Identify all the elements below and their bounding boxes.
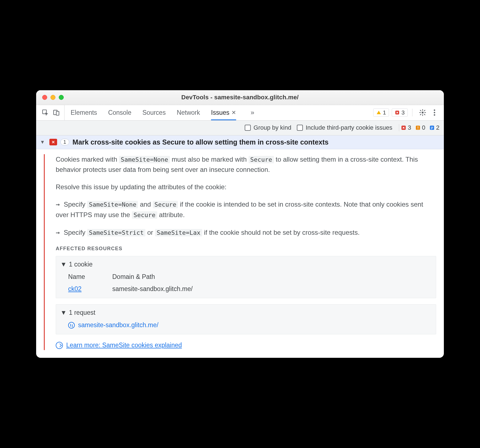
svg-point-4 (422, 112, 424, 114)
severity-rule (44, 154, 45, 350)
code-token: Secure (153, 201, 178, 208)
chevron-down-icon: ▼ (60, 308, 67, 318)
checkbox-label: Group by kind (254, 124, 291, 131)
learn-more-row: Learn more: SameSite cookies explained (56, 340, 436, 350)
issue-resolve-intro: Resolve this issue by updating the attri… (56, 182, 436, 192)
cookies-disclosure-toggle[interactable]: ▼ 1 cookie (60, 260, 431, 270)
issue-bullet: → Specify SameSite=Strict or SameSite=La… (56, 227, 436, 238)
errors-counter[interactable]: 3 (392, 108, 408, 117)
affected-requests-section: ▼ 1 request samesite-sandbox.glitch.me/ (56, 304, 436, 334)
svg-point-7 (434, 114, 435, 116)
error-icon (401, 125, 406, 130)
count: 0 (422, 124, 425, 131)
code-token: SameSite=None (87, 201, 138, 208)
count: 3 (408, 124, 411, 131)
cookie-name-link[interactable]: ck02 (68, 285, 82, 292)
affected-resources-label: AFFECTED RESOURCES (56, 245, 436, 253)
svg-rect-10 (418, 126, 418, 128)
requests-disclosure-toggle[interactable]: ▼ 1 request (60, 308, 431, 318)
issue-title: Mark cross-site cookies as Secure to all… (73, 138, 329, 146)
code-token: SameSite=None (119, 156, 170, 163)
info-filter[interactable]: 2 (429, 124, 439, 131)
code-token: Secure (132, 211, 157, 219)
error-filter[interactable]: 3 (401, 124, 411, 131)
titlebar: DevTools - samesite-sandbox.glitch.me/ (36, 90, 444, 105)
kebab-icon (433, 109, 436, 116)
warning-filter[interactable]: 0 (415, 124, 425, 131)
close-window-button[interactable] (42, 95, 47, 100)
tab-label: Console (108, 109, 131, 116)
issues-toolbar: Group by kind Include third-party cookie… (36, 121, 444, 135)
checkbox-icon (245, 125, 251, 131)
chevron-down-icon: ▼ (60, 260, 67, 270)
error-count: 3 (401, 109, 405, 116)
info-icon (429, 125, 435, 130)
minimize-window-button[interactable] (50, 95, 55, 100)
svg-rect-13 (431, 127, 433, 127)
checkbox-label: Include third-party cookie issues (306, 124, 392, 131)
group-by-kind-checkbox[interactable]: Group by kind (245, 124, 291, 131)
more-options-button[interactable] (431, 108, 438, 117)
inspect-element-icon[interactable] (42, 109, 49, 116)
issue-details: Cookies marked with SameSite=None must a… (36, 149, 444, 358)
error-icon (395, 110, 400, 115)
zoom-window-button[interactable] (59, 95, 64, 100)
window-controls (42, 95, 64, 100)
tab-console[interactable]: Console (108, 105, 131, 120)
tab-sources[interactable]: Sources (142, 105, 166, 120)
external-link-icon (56, 342, 63, 349)
tab-label: Sources (142, 109, 166, 116)
issue-description-paragraph: Cookies marked with SameSite=None must a… (56, 154, 436, 175)
cookie-domain-cell: samesite-sandbox.glitch.me/ (112, 284, 431, 294)
col-name-header: Name (68, 272, 101, 282)
separator (412, 109, 412, 116)
expand-toggle-icon[interactable]: ▼ (39, 139, 46, 145)
col-domain-header: Domain & Path (112, 272, 431, 282)
cookies-summary: 1 cookie (69, 260, 93, 270)
settings-button[interactable] (417, 108, 428, 117)
learn-more-link[interactable]: Learn more: SameSite cookies explained (66, 340, 182, 350)
tab-network[interactable]: Network (177, 105, 200, 120)
warning-square-icon (415, 125, 421, 130)
warnings-counter[interactable]: 1 (373, 108, 389, 117)
requests-summary: 1 request (69, 308, 95, 318)
request-icon (68, 322, 75, 329)
tab-label: Elements (71, 109, 97, 116)
panel-tabstrip: Elements Console Sources Network Issues … (36, 105, 444, 121)
error-badge-icon (49, 139, 57, 145)
cookies-table: Name Domain & Path ck02 samesite-sandbox… (60, 272, 431, 294)
checkbox-icon (297, 125, 303, 131)
svg-point-5 (434, 110, 435, 111)
svg-rect-15 (431, 129, 432, 129)
issue-bullet: → Specify SameSite=None and Secure if th… (56, 199, 436, 220)
tab-elements[interactable]: Elements (71, 105, 97, 120)
devtools-window: DevTools - samesite-sandbox.glitch.me/ E… (36, 90, 444, 358)
warning-icon (376, 110, 381, 115)
warning-count: 1 (383, 109, 386, 116)
count: 2 (436, 124, 439, 131)
code-token: SameSite=Lax (155, 229, 202, 236)
svg-rect-11 (418, 129, 418, 129)
svg-point-6 (434, 112, 435, 113)
close-tab-icon[interactable]: ✕ (231, 109, 236, 116)
issue-occurrence-count: 1 (60, 139, 69, 145)
svg-rect-14 (431, 128, 433, 128)
device-toolbar-icon[interactable] (53, 109, 60, 116)
request-url-link[interactable]: samesite-sandbox.glitch.me/ (78, 320, 158, 330)
tab-label: Network (177, 109, 200, 116)
more-tabs-button[interactable]: » (247, 105, 257, 120)
window-title: DevTools - samesite-sandbox.glitch.me/ (181, 94, 298, 101)
svg-rect-2 (56, 111, 59, 115)
gear-icon (419, 109, 426, 116)
tab-issues[interactable]: Issues ✕ (211, 105, 236, 120)
issue-row-header[interactable]: ▼ 1 Mark cross-site cookies as Secure to… (36, 135, 444, 149)
tab-label: Issues (211, 109, 229, 116)
include-third-party-checkbox[interactable]: Include third-party cookie issues (297, 124, 392, 131)
code-token: Secure (249, 156, 274, 163)
code-token: SameSite=Strict (87, 229, 145, 236)
affected-cookies-section: ▼ 1 cookie Name Domain & Path ck02 sames… (56, 256, 436, 298)
